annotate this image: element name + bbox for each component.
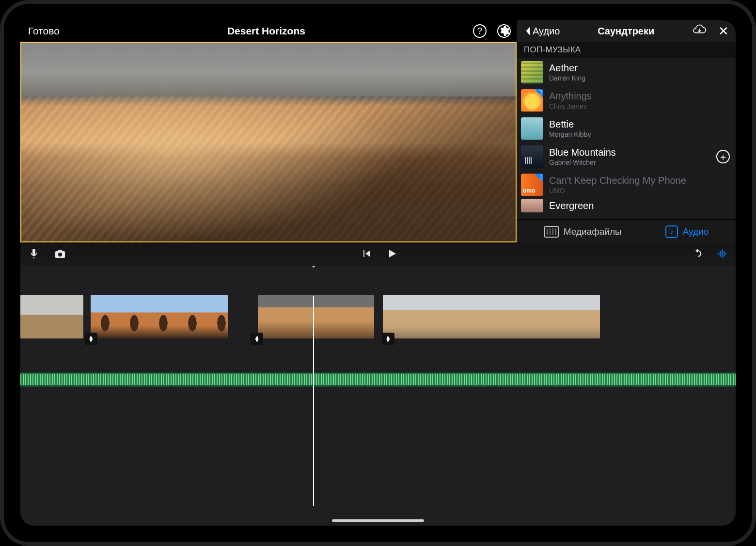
video-clip[interactable]: [258, 295, 374, 338]
cloud-badge-icon: [535, 174, 543, 182]
audio-icon: ♪: [665, 225, 678, 238]
track-name: Blue Mountains: [549, 146, 710, 158]
camera-icon[interactable]: [54, 248, 66, 261]
cloud-badge-icon: [535, 89, 543, 98]
toolbar-icons: ?: [473, 24, 511, 38]
top-section: Готово Desert Horizons ? Аудио Саундтрек…: [20, 20, 736, 243]
microphone-icon[interactable]: [28, 248, 40, 261]
done-button[interactable]: Готово: [28, 25, 60, 37]
playhead[interactable]: [313, 296, 314, 506]
media-icon: [544, 226, 559, 238]
audio-panel: Аудио Саундтреки ✕ ПОП-МУЗЫКА AetherDarr…: [517, 20, 736, 243]
track-artist: Gabriel Witcher: [549, 159, 710, 167]
settings-gear-icon[interactable]: [497, 24, 511, 38]
track-list[interactable]: AetherDarren King AnythingsChris James B…: [517, 58, 736, 219]
tab-label: Медиафайлы: [564, 226, 622, 237]
back-label: Аудио: [533, 26, 560, 37]
track-artist: UMO: [549, 187, 730, 195]
download-cloud-icon[interactable]: [692, 24, 707, 38]
home-indicator[interactable]: [332, 519, 424, 522]
album-art: [521, 145, 543, 168]
category-header: ПОП-МУЗЫКА: [517, 42, 736, 58]
album-art: [521, 89, 543, 112]
main-toolbar: Готово Desert Horizons ?: [20, 20, 517, 42]
track-row[interactable]: AnythingsChris James: [517, 86, 736, 114]
track-artist: Chris James: [549, 102, 730, 111]
track-name: Aether: [549, 62, 730, 74]
track-artist: Darren King: [549, 74, 730, 82]
back-button[interactable]: Аудио: [524, 26, 560, 37]
transition-icon[interactable]: [251, 333, 263, 345]
album-art: [521, 199, 543, 212]
album-art: [521, 117, 543, 140]
panel-header-right: ✕: [692, 24, 729, 38]
chevron-left-icon: [524, 26, 532, 36]
app-screen: Готово Desert Horizons ? Аудио Саундтрек…: [20, 20, 736, 526]
album-art: [521, 174, 543, 196]
panel-header: Аудио Саундтреки ✕: [517, 20, 736, 42]
track-row[interactable]: Evergreen: [517, 199, 736, 212]
track-row[interactable]: AetherDarren King: [517, 58, 736, 86]
track-name: Bettie: [549, 118, 730, 130]
ipad-frame: Готово Desert Horizons ? Аудио Саундтрек…: [0, 0, 756, 546]
timeline-content: [20, 295, 736, 526]
viewer-column: Готово Desert Horizons ?: [20, 20, 517, 243]
tab-label: Аудио: [683, 226, 709, 237]
transition-icon[interactable]: [85, 333, 97, 345]
playhead-marker-icon[interactable]: [309, 266, 318, 268]
video-clip[interactable]: [91, 295, 228, 338]
prev-icon[interactable]: [361, 248, 372, 261]
track-name: Anythings: [549, 90, 730, 102]
panel-title: Саундтреки: [560, 26, 692, 37]
panel-tabs: Медиафайлы ♪ Аудио: [517, 219, 736, 243]
help-icon[interactable]: ?: [473, 24, 487, 38]
video-clip[interactable]: [383, 295, 600, 338]
waveform-icon[interactable]: [716, 248, 728, 261]
track-name: Evergreen: [549, 200, 730, 211]
audio-track[interactable]: [20, 372, 736, 387]
play-icon[interactable]: [386, 248, 397, 261]
add-track-button[interactable]: ＋: [716, 150, 730, 163]
track-name: Can't Keep Checking My Phone: [549, 175, 730, 186]
project-title: Desert Horizons: [60, 25, 473, 37]
undo-icon[interactable]: [692, 248, 704, 261]
track-row[interactable]: Can't Keep Checking My PhoneUMO: [517, 171, 736, 199]
video-preview[interactable]: [20, 42, 517, 242]
track-row[interactable]: BettieMorgan Kibby: [517, 114, 736, 143]
album-art: [521, 61, 543, 83]
transport-bar: [20, 243, 736, 266]
timeline-section: [20, 243, 736, 526]
timeline[interactable]: [20, 266, 736, 526]
transition-icon[interactable]: [382, 333, 394, 345]
tab-media[interactable]: Медиафайлы: [544, 226, 622, 238]
video-clip[interactable]: [20, 295, 83, 338]
track-row[interactable]: Blue MountainsGabriel Witcher ＋: [517, 143, 736, 171]
tab-audio[interactable]: ♪ Аудио: [665, 225, 709, 238]
close-icon[interactable]: ✕: [718, 25, 729, 37]
track-artist: Morgan Kibby: [549, 130, 730, 139]
